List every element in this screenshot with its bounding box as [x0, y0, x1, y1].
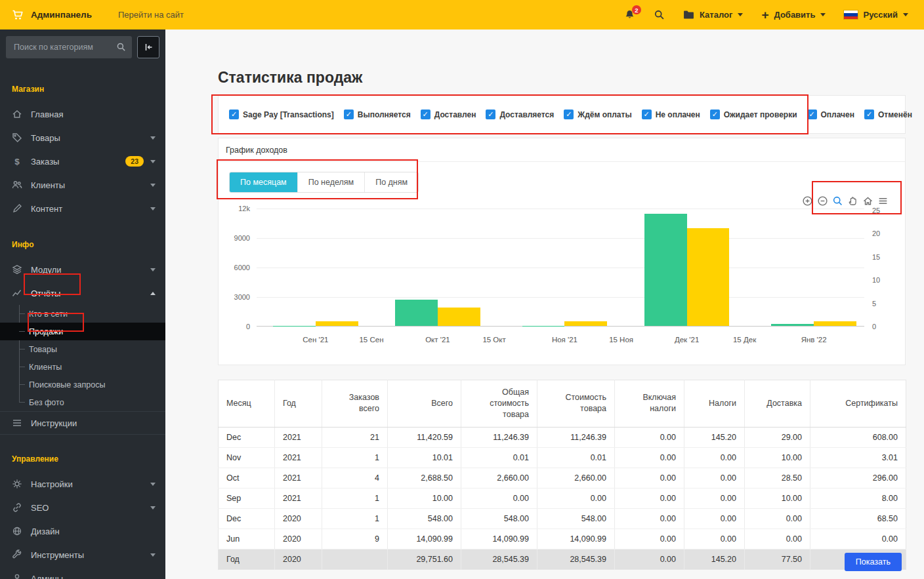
sidebar-item-tools[interactable]: Инструменты: [0, 543, 165, 567]
table-cell: 0.00: [684, 529, 745, 549]
search-icon: [116, 42, 126, 52]
checkbox-checked-icon[interactable]: ✓: [486, 110, 495, 119]
filter-label: Ожидает проверки: [724, 110, 797, 119]
submenu-item-customers-report[interactable]: Клиенты: [0, 358, 165, 376]
submenu-item-products-report[interactable]: Товары: [0, 340, 165, 358]
table-cell: 0.01: [461, 447, 537, 468]
catalog-menu[interactable]: Каталог: [683, 10, 743, 20]
bar-orders[interactable]: [316, 321, 358, 326]
brand[interactable]: Админпанель: [12, 10, 92, 20]
chart-menu-button[interactable]: [876, 194, 889, 207]
tab-daily[interactable]: По дням: [364, 172, 418, 192]
checkbox-checked-icon[interactable]: ✓: [807, 110, 817, 119]
filter-checkbox-item[interactable]: ✓Выполняется: [344, 110, 411, 119]
pan-button[interactable]: [846, 194, 859, 207]
filter-checkbox-item[interactable]: ✓Ожидает проверки: [710, 110, 797, 119]
russian-flag-icon: [844, 10, 858, 19]
table-cell: Sep: [219, 488, 275, 508]
topbar-search-button[interactable]: [654, 9, 665, 20]
checkbox-checked-icon[interactable]: ✓: [864, 110, 874, 119]
sidebar-item-reports[interactable]: Отчёты: [0, 281, 165, 305]
bar-revenue[interactable]: [395, 300, 438, 326]
x-axis-tick: Сен '21: [303, 336, 328, 344]
sidebar-item-home[interactable]: Главная: [0, 102, 165, 126]
checkbox-checked-icon[interactable]: ✓: [344, 110, 354, 119]
collapse-arrow-icon: [143, 42, 154, 52]
sidebar-item-instructions[interactable]: Инструкции: [0, 411, 165, 435]
box-zoom-button[interactable]: [831, 194, 844, 207]
checkbox-checked-icon[interactable]: ✓: [642, 110, 652, 119]
table-cell: 0.00: [745, 508, 810, 529]
reset-home-button[interactable]: [861, 194, 874, 207]
sidebar-item-customers[interactable]: Клиенты: [0, 173, 165, 197]
sidebar-item-products[interactable]: Товары: [0, 126, 165, 150]
filter-checkbox-item[interactable]: ✓Оплачен: [807, 110, 854, 119]
show-button[interactable]: Показать: [845, 553, 902, 571]
submenu-item-who-is-online[interactable]: Кто в сети: [0, 305, 165, 323]
zoom-out-button[interactable]: [816, 194, 829, 207]
bar-revenue[interactable]: [644, 214, 687, 326]
checkbox-checked-icon[interactable]: ✓: [710, 110, 720, 119]
filter-checkbox-item[interactable]: ✓Доставляется: [486, 110, 554, 119]
submenu-item-no-photo[interactable]: Без фото: [0, 393, 165, 411]
sidebar-item-design[interactable]: Дизайн: [0, 519, 165, 543]
zoom-in-button[interactable]: [801, 194, 814, 207]
sidebar-collapse-button[interactable]: [137, 36, 159, 58]
table-cell: 548.00: [461, 508, 537, 529]
sidebar-item-orders[interactable]: $ Заказы 23: [0, 150, 165, 173]
filter-checkbox-item[interactable]: ✓Отменён: [864, 110, 912, 119]
checkbox-checked-icon[interactable]: ✓: [421, 110, 430, 119]
notifications-button[interactable]: 2: [624, 9, 635, 20]
chevron-down-icon: [150, 207, 156, 210]
table-cell: 9: [322, 529, 388, 549]
sidebar-item-seo[interactable]: SEO: [0, 496, 165, 519]
wrench-icon: [10, 549, 24, 560]
language-menu[interactable]: Русский: [844, 10, 908, 20]
bar-orders[interactable]: [438, 308, 480, 326]
filter-checkbox-item[interactable]: ✓Sage Pay [Transactions]: [229, 110, 334, 119]
table-cell: 2021: [275, 488, 322, 508]
submenu-item-sales[interactable]: Продажи: [0, 323, 165, 340]
table-cell: 2,660.00: [537, 468, 615, 488]
go-to-site-link[interactable]: Перейти на сайт: [118, 10, 184, 20]
category-search-input[interactable]: [6, 36, 132, 58]
add-menu[interactable]: + Добавить: [761, 9, 826, 21]
filter-checkbox-item[interactable]: ✓Доставлен: [421, 110, 476, 119]
tab-monthly[interactable]: По месяцам: [230, 172, 297, 192]
table-cell: 2021: [275, 427, 322, 447]
table-cell: 0.00: [615, 468, 684, 488]
chart-panel-title: График доходов: [219, 138, 905, 162]
x-axis-tick: Янв '22: [801, 336, 827, 344]
checkbox-checked-icon[interactable]: ✓: [229, 110, 239, 119]
table-cell: 10.01: [388, 447, 461, 468]
caret-down-icon: [820, 13, 826, 16]
x-axis-tick: Ноя '21: [552, 336, 578, 344]
bar-orders[interactable]: [564, 321, 607, 326]
sidebar-item-label: Товары: [31, 133, 150, 143]
table-cell: 0.00: [684, 508, 745, 529]
sidebar: Магазин Главная Товары $ Заказы 23 Клиен…: [0, 30, 165, 579]
table-cell: 29.00: [745, 427, 810, 447]
sidebar-item-admins[interactable]: Админы: [0, 567, 165, 579]
table-cell: 0.00: [615, 508, 684, 529]
gear-icon: [10, 479, 24, 489]
bar-orders[interactable]: [814, 321, 856, 326]
sidebar-item-settings[interactable]: Настройки: [0, 472, 165, 496]
tab-weekly[interactable]: По неделям: [297, 172, 364, 192]
sidebar-item-modules[interactable]: Модули: [0, 258, 165, 281]
bar-revenue[interactable]: [771, 324, 814, 326]
checkbox-checked-icon[interactable]: ✓: [564, 110, 574, 119]
column-header: Стоимость товара: [537, 380, 615, 428]
submenu-item-search-queries[interactable]: Поисковые запросы: [0, 376, 165, 393]
sidebar-item-content[interactable]: Контент: [0, 197, 165, 220]
table-cell: 0.00: [615, 427, 684, 447]
bar-orders[interactable]: [687, 228, 730, 326]
filter-checkbox-item[interactable]: ✓Ждём оплаты: [564, 110, 631, 119]
filter-label: Не оплачен: [656, 110, 700, 119]
table-cell: 0.00: [537, 488, 615, 508]
table-cell: 14,090.99: [537, 529, 615, 549]
table-cell: 548.00: [388, 508, 461, 529]
sidebar-item-label: Админы: [31, 574, 156, 579]
filter-checkbox-item[interactable]: ✓Не оплачен: [642, 110, 700, 119]
table-cell: Dec: [219, 508, 275, 529]
